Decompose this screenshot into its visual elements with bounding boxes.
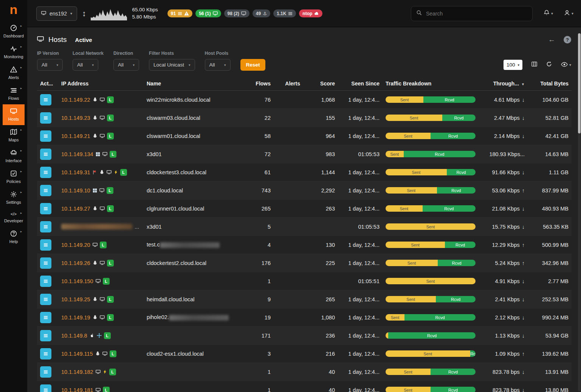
host-name[interactable]: pihole02.: [147, 314, 169, 320]
scrollbar-thumb[interactable]: [578, 33, 581, 133]
host-actions-button[interactable]: [40, 239, 51, 251]
ntop-logo[interactable]: n: [10, 3, 18, 16]
filter-select-direction[interactable]: All▾: [113, 59, 139, 71]
host-ip-link[interactable]: 10.1.149.134: [61, 151, 93, 157]
sidebar-item-maps[interactable]: Maps▸: [3, 125, 25, 146]
host-actions-button[interactable]: [40, 167, 51, 178]
scrollbar[interactable]: [578, 33, 581, 391]
per-page-select[interactable]: 100 ▾: [504, 60, 522, 70]
sidebar-item-help[interactable]: Help▸: [3, 227, 25, 248]
host-actions-button[interactable]: [40, 366, 51, 378]
host-name[interactable]: cldockertest2.cloud.local: [147, 260, 206, 266]
host-ip-link[interactable]: 10.1.149.19: [61, 315, 90, 321]
remote-hosts-badge[interactable]: 98 (2): [224, 9, 249, 17]
host-ip-link[interactable]: 10.1.149.10: [61, 187, 90, 194]
host-name[interactable]: win22microk8s.cloud.local: [147, 97, 210, 103]
host-ip-link[interactable]: 10.1.149.20: [61, 242, 90, 248]
host-ip-link[interactable]: 10.1.149.23: [61, 115, 90, 121]
filter-select-local-network[interactable]: All▾: [73, 59, 98, 71]
host-actions-button[interactable]: [40, 276, 51, 287]
sidebar-item-interface[interactable]: Interface▸: [3, 146, 25, 167]
host-actions-button[interactable]: [40, 257, 51, 269]
filter-select-ip-version[interactable]: All▾: [37, 59, 63, 71]
col-header-name[interactable]: Name: [144, 77, 242, 91]
columns-config-button[interactable]: [531, 61, 537, 68]
col-header-through[interactable]: Through...▼: [479, 77, 528, 91]
sidebar-item-hosts[interactable]: Hosts: [3, 104, 25, 125]
host-actions-button[interactable]: [40, 203, 51, 214]
col-header-alerts[interactable]: Alerts: [274, 77, 303, 91]
sidebar-item-monitoring[interactable]: Monitoring▸: [3, 42, 25, 63]
host-ip-link[interactable]: 10.1.149.31: [61, 169, 90, 175]
host-actions-button[interactable]: [40, 221, 51, 232]
host-actions-button[interactable]: [40, 330, 51, 341]
traffic-breakdown-bar: SentRcvd: [386, 187, 476, 194]
host-name[interactable]: clswarm01.cloud.local: [147, 133, 200, 139]
back-arrow-icon[interactable]: ←: [548, 36, 555, 44]
host-name[interactable]: x3d01: [147, 224, 162, 230]
host-ip-link[interactable]: 10.1.149.115: [61, 351, 93, 357]
host-name[interactable]: cloud2-esx1.cloud.local: [147, 351, 204, 357]
host-actions-button[interactable]: [40, 348, 51, 359]
host-ip-link[interactable]: 10.1.149.8: [61, 333, 87, 339]
trend-down-icon: ↓: [522, 387, 525, 392]
filter-select-host-pools[interactable]: All▾: [205, 59, 231, 71]
host-ip-link[interactable]: 10.1.149.181: [61, 387, 93, 392]
host-actions-button[interactable]: [40, 294, 51, 305]
host-ip-link[interactable]: 10.1.149.182: [61, 369, 93, 375]
col-header-traffic-breakdown[interactable]: Traffic Breakdown: [383, 77, 479, 91]
sidebar-item-alerts[interactable]: Alerts▸: [3, 63, 25, 84]
rcvd-segment: Rcvd: [445, 242, 476, 248]
host-name[interactable]: clglrunner01.cloud.local: [147, 206, 204, 212]
maps-icon: [10, 129, 17, 135]
host-actions-button[interactable]: [40, 130, 51, 142]
col-header-flows[interactable]: Flows: [242, 77, 274, 91]
refresh-button[interactable]: [546, 61, 552, 68]
host-name[interactable]: cldockertest3.cloud.local: [147, 169, 206, 175]
host-actions-button[interactable]: [40, 112, 51, 124]
host-name[interactable]: test.c: [147, 242, 160, 248]
devices-badge[interactable]: 49⚓: [253, 9, 270, 17]
help-icon[interactable]: ?: [564, 36, 571, 43]
host-ip-link[interactable]: 10.1.149.27: [61, 206, 90, 212]
col-header-score[interactable]: Score: [303, 77, 338, 91]
host-ip-link[interactable]: 10.1.149.25: [61, 296, 90, 302]
host-actions-button[interactable]: [40, 384, 51, 392]
visibility-menu-button[interactable]: ▾: [561, 62, 571, 68]
user-menu-button[interactable]: ▾: [564, 10, 573, 17]
sidebar-item-label: Developer: [4, 218, 23, 223]
sidebar-item-label: Interface: [6, 158, 22, 163]
local-hosts-badge[interactable]: 56 (1): [195, 9, 221, 17]
host-actions-button[interactable]: [40, 185, 51, 196]
sidebar-item-policies[interactable]: Policies▸: [3, 167, 25, 187]
sidebar-item-developer[interactable]: </>Developer▸: [3, 208, 25, 227]
host-name[interactable]: clswarm03.cloud.local: [147, 115, 200, 121]
col-header-act[interactable]: Act...: [37, 77, 58, 91]
host-ip-link[interactable]: 10.1.149.150: [61, 278, 93, 284]
host-name[interactable]: heimdall.cloud.local: [147, 296, 195, 302]
sidebar-item-flows[interactable]: Flows▸: [3, 84, 25, 104]
host-name[interactable]: x3d01: [147, 151, 162, 157]
host-actions-button[interactable]: [40, 312, 51, 323]
host-ip-link[interactable]: 10.1.149.21: [61, 133, 90, 139]
host-ip-link[interactable]: 10.1.149.26: [61, 260, 90, 266]
interface-selector[interactable]: ens192 ▾: [36, 6, 77, 21]
host-ip-link[interactable]: 10.1.149.22: [61, 97, 90, 103]
notifications-button[interactable]: ▾: [544, 10, 553, 17]
sidebar-item-settings[interactable]: Settings▸: [3, 187, 25, 208]
col-header-total-bytes[interactable]: Total Bytes: [528, 77, 572, 91]
ntop-cloud-badge[interactable]: ntop: [299, 9, 322, 17]
reset-button[interactable]: Reset: [240, 59, 266, 71]
tab-active[interactable]: Active: [75, 37, 92, 43]
col-header-ip-address[interactable]: IP Address: [58, 77, 144, 91]
trend-down-icon: ↓: [522, 115, 525, 121]
sidebar-item-dashboard[interactable]: Dashboard▸: [3, 21, 25, 42]
host-name[interactable]: dc1.cloud.local: [147, 187, 183, 194]
filter-select-filter-hosts[interactable]: Local Unicast▾: [149, 59, 195, 71]
host-actions-button[interactable]: [40, 149, 51, 160]
host-actions-button[interactable]: [40, 94, 51, 105]
col-header-seen-since[interactable]: Seen Since: [338, 77, 383, 91]
engaged-alerts-badge[interactable]: 91: [167, 9, 192, 17]
flows-count-badge[interactable]: 1.1K: [273, 9, 296, 17]
search-input[interactable]: [426, 11, 527, 17]
